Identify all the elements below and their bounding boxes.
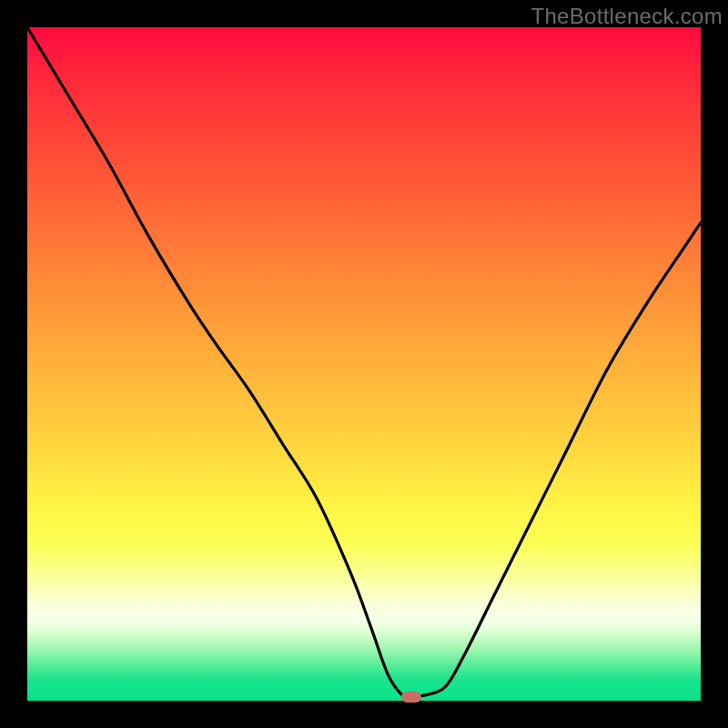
watermark-text: TheBottleneck.com [531,4,723,29]
chart-frame: TheBottleneck.com [0,0,728,728]
bottleneck-curve [27,27,701,701]
plot-area [27,27,701,701]
optimal-point-marker [401,692,421,703]
